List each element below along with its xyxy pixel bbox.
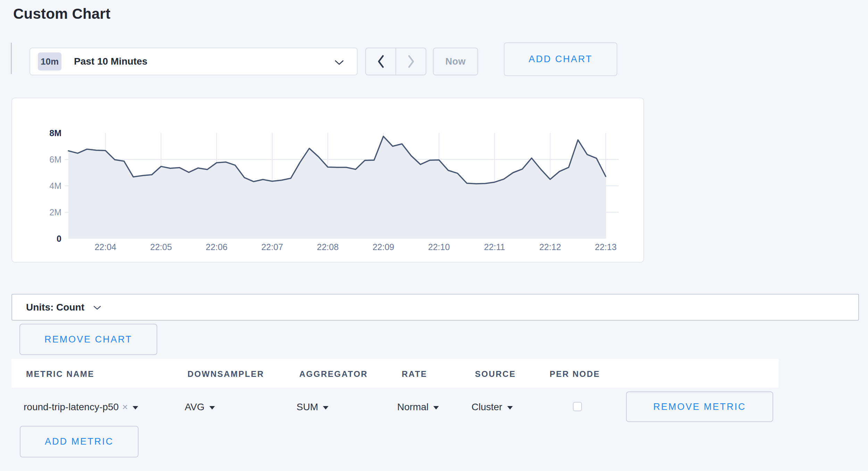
caret-down-icon (433, 406, 439, 410)
metric-name-value: round-trip-latency-p50 (24, 402, 119, 413)
column-header-rate: RATE (402, 369, 427, 379)
caret-down-icon (507, 406, 513, 410)
remove-chart-button[interactable]: REMOVE CHART (19, 324, 157, 355)
aggregator-value: SUM (297, 402, 318, 413)
svg-text:22:06: 22:06 (206, 242, 228, 252)
custom-chart-page: Custom Chart 10m Past 10 Minutes Now ADD… (0, 0, 868, 471)
chevron-down-icon (93, 306, 101, 310)
column-header-aggregator: AGGREGATOR (299, 369, 368, 379)
svg-text:2M: 2M (49, 207, 61, 217)
column-header-source: SOURCE (475, 369, 516, 379)
time-range-label: Past 10 Minutes (74, 56, 148, 67)
svg-text:22:04: 22:04 (94, 242, 116, 252)
time-back-button[interactable] (366, 48, 396, 75)
add-metric-button[interactable]: ADD METRIC (20, 426, 139, 457)
column-header-metric-name: METRIC NAME (26, 369, 94, 379)
source-value: Cluster (471, 402, 502, 413)
clear-metric-icon[interactable]: × (122, 402, 128, 413)
remove-metric-button[interactable]: REMOVE METRIC (626, 391, 773, 422)
svg-text:22:12: 22:12 (539, 242, 561, 252)
svg-text:8M: 8M (49, 128, 61, 138)
toolbar-left-divider (11, 43, 12, 74)
svg-text:4M: 4M (49, 181, 61, 191)
column-header-per-node: PER NODE (550, 369, 600, 379)
svg-text:22:13: 22:13 (595, 242, 617, 252)
page-title: Custom Chart (13, 6, 110, 22)
svg-text:22:08: 22:08 (317, 242, 339, 252)
svg-text:22:09: 22:09 (373, 242, 394, 252)
svg-text:22:05: 22:05 (150, 242, 172, 252)
add-chart-button[interactable]: ADD CHART (504, 42, 617, 76)
time-forward-button[interactable] (396, 48, 426, 75)
svg-text:22:11: 22:11 (484, 242, 505, 252)
svg-text:22:10: 22:10 (428, 242, 450, 252)
per-node-checkbox[interactable] (573, 402, 582, 411)
rate-value: Normal (397, 402, 428, 413)
rate-select[interactable]: Normal (397, 400, 439, 414)
chevron-down-icon (335, 60, 344, 65)
timeseries-chart: 02M4M6M8M22:0422:0522:0622:0722:0822:092… (12, 98, 645, 263)
time-range-select[interactable]: 10m Past 10 Minutes (30, 48, 358, 75)
caret-down-icon (209, 406, 215, 410)
source-select[interactable]: Cluster (471, 400, 513, 414)
chevron-left-icon (377, 55, 385, 68)
units-select[interactable]: Units: Count (11, 294, 859, 321)
metrics-table-header: METRIC NAME DOWNSAMPLER AGGREGATOR RATE … (11, 359, 779, 388)
aggregator-select[interactable]: SUM (297, 400, 328, 414)
chevron-right-icon (407, 55, 415, 68)
svg-text:0: 0 (57, 234, 61, 243)
time-window-badge: 10m (38, 52, 61, 71)
metric-name-select[interactable]: round-trip-latency-p50 × (24, 400, 138, 414)
caret-down-icon (133, 406, 138, 410)
chart-card: 02M4M6M8M22:0422:0522:0622:0722:0822:092… (11, 98, 644, 263)
now-button[interactable]: Now (433, 48, 478, 75)
downsampler-value: AVG (185, 402, 205, 413)
units-label: Units: Count (26, 302, 84, 313)
downsampler-select[interactable]: AVG (185, 400, 215, 414)
time-pager (365, 48, 426, 75)
svg-text:6M: 6M (49, 155, 61, 164)
caret-down-icon (323, 406, 328, 410)
svg-text:22:07: 22:07 (261, 242, 283, 252)
column-header-downsampler: DOWNSAMPLER (187, 369, 264, 379)
